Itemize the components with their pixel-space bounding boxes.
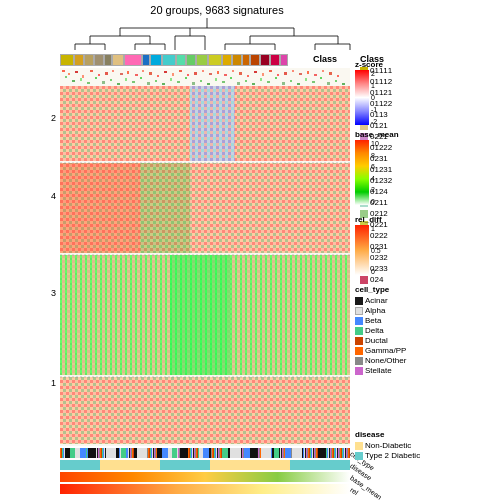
svg-rect-71 bbox=[102, 81, 105, 84]
svg-rect-29 bbox=[68, 73, 70, 75]
swatch-t2d bbox=[355, 452, 363, 460]
celltype-delta: Delta bbox=[355, 326, 504, 335]
reldiff-labels: 1 0.5 0 bbox=[371, 225, 381, 275]
rel-label: rel bbox=[349, 486, 359, 496]
svg-rect-86 bbox=[215, 78, 217, 81]
svg-rect-69 bbox=[87, 82, 90, 84]
svg-rect-64 bbox=[329, 72, 332, 75]
svg-rect-34 bbox=[105, 72, 108, 75]
reldiff-colorbar bbox=[355, 225, 369, 275]
svg-rect-85 bbox=[207, 83, 210, 85]
svg-rect-65 bbox=[337, 75, 339, 77]
svg-rect-122 bbox=[60, 163, 140, 253]
class-label-top: Class bbox=[313, 54, 337, 64]
svg-rect-46 bbox=[194, 72, 197, 75]
svg-rect-73 bbox=[117, 83, 120, 85]
svg-rect-97 bbox=[297, 83, 300, 85]
row-label-3: 3 bbox=[51, 288, 56, 298]
svg-rect-87 bbox=[222, 81, 225, 83]
svg-rect-90 bbox=[245, 80, 247, 82]
svg-rect-42 bbox=[164, 71, 167, 73]
svg-rect-48 bbox=[209, 73, 212, 75]
row-label-2: 2 bbox=[51, 113, 56, 123]
basemean-labels: 10 8 6 4 2 0 bbox=[371, 140, 379, 205]
svg-rect-33 bbox=[98, 74, 100, 76]
svg-rect-75 bbox=[132, 81, 135, 83]
svg-rect-35 bbox=[112, 70, 114, 72]
swatch-nondiabetic bbox=[355, 442, 363, 450]
row-label-4: 4 bbox=[51, 191, 56, 201]
svg-rect-60 bbox=[299, 73, 302, 75]
swatch-alpha bbox=[355, 307, 363, 315]
heatmap-svg bbox=[60, 68, 350, 446]
celltype-items: Acinar Alpha Beta Delta Ductal Gamma/PP bbox=[355, 296, 504, 375]
swatch-024 bbox=[360, 276, 368, 284]
svg-rect-100 bbox=[320, 77, 322, 79]
dendrogram-top bbox=[60, 16, 355, 52]
zscore-title: z-score bbox=[355, 60, 405, 69]
basemean-title: base_mean bbox=[355, 130, 410, 139]
swatch-acinar bbox=[355, 297, 363, 305]
svg-rect-45 bbox=[187, 74, 189, 76]
disease-legend-title: disease bbox=[355, 430, 504, 439]
svg-rect-36 bbox=[120, 73, 123, 75]
svg-rect-53 bbox=[247, 75, 249, 77]
disease-items: Non-Diabetic Type 2 Diabetic bbox=[355, 441, 504, 460]
svg-rect-44 bbox=[179, 70, 182, 72]
svg-rect-99 bbox=[312, 81, 315, 83]
swatch-ductal bbox=[355, 337, 363, 345]
svg-rect-70 bbox=[95, 77, 97, 79]
disease-legend: disease Non-Diabetic Type 2 Diabetic bbox=[355, 430, 504, 461]
svg-rect-93 bbox=[267, 81, 270, 83]
svg-rect-59 bbox=[292, 70, 294, 72]
svg-rect-51 bbox=[232, 70, 234, 72]
svg-rect-47 bbox=[202, 70, 204, 72]
svg-rect-67 bbox=[72, 80, 75, 82]
class-annotation-strip bbox=[60, 54, 350, 66]
svg-rect-56 bbox=[269, 70, 272, 72]
svg-rect-88 bbox=[230, 77, 232, 79]
celltype-none: None/Other bbox=[355, 356, 504, 365]
svg-rect-102 bbox=[335, 80, 337, 82]
svg-rect-82 bbox=[185, 77, 187, 79]
zscore-labels: 2 1 0 -1 -2 bbox=[371, 70, 377, 125]
basemean-legend: base_mean 10 8 6 4 2 0 bbox=[355, 130, 410, 205]
svg-rect-49 bbox=[217, 71, 219, 74]
base-mean-strip: base_mean bbox=[60, 472, 350, 482]
svg-rect-28 bbox=[62, 70, 65, 72]
main-container: 20 groups, 9683 signatures bbox=[0, 0, 504, 504]
svg-rect-81 bbox=[177, 81, 180, 83]
rel-strip: rel bbox=[60, 484, 350, 494]
svg-rect-61 bbox=[307, 71, 309, 74]
legend-item-024: 024 bbox=[360, 275, 504, 284]
svg-rect-89 bbox=[237, 82, 240, 85]
svg-rect-76 bbox=[140, 77, 142, 79]
svg-rect-95 bbox=[282, 82, 285, 85]
svg-rect-78 bbox=[155, 80, 157, 82]
celltype-legend-title: cell_type bbox=[355, 285, 504, 294]
svg-rect-98 bbox=[305, 78, 307, 81]
celltype-acinar: Acinar bbox=[355, 296, 504, 305]
row-label-1: 1 bbox=[51, 378, 56, 388]
basemean-colorbar bbox=[355, 140, 369, 205]
svg-rect-84 bbox=[200, 80, 202, 82]
svg-rect-103 bbox=[342, 83, 345, 85]
svg-rect-94 bbox=[275, 77, 277, 79]
row-labels: 2 4 3 1 bbox=[20, 54, 58, 444]
svg-rect-41 bbox=[157, 75, 159, 77]
svg-rect-72 bbox=[110, 79, 112, 81]
swatch-beta bbox=[355, 317, 363, 325]
svg-rect-55 bbox=[262, 73, 264, 76]
svg-rect-126 bbox=[60, 377, 350, 444]
svg-rect-92 bbox=[260, 78, 262, 81]
svg-rect-30 bbox=[75, 71, 78, 73]
svg-rect-43 bbox=[172, 73, 174, 76]
svg-rect-62 bbox=[314, 74, 317, 76]
svg-rect-96 bbox=[290, 80, 292, 82]
svg-rect-125 bbox=[170, 255, 230, 375]
svg-rect-52 bbox=[239, 72, 242, 75]
svg-rect-38 bbox=[135, 74, 138, 76]
celltype-alpha: Alpha bbox=[355, 306, 504, 315]
svg-rect-31 bbox=[82, 75, 84, 78]
reldiff-title: rel_diff bbox=[355, 215, 405, 224]
